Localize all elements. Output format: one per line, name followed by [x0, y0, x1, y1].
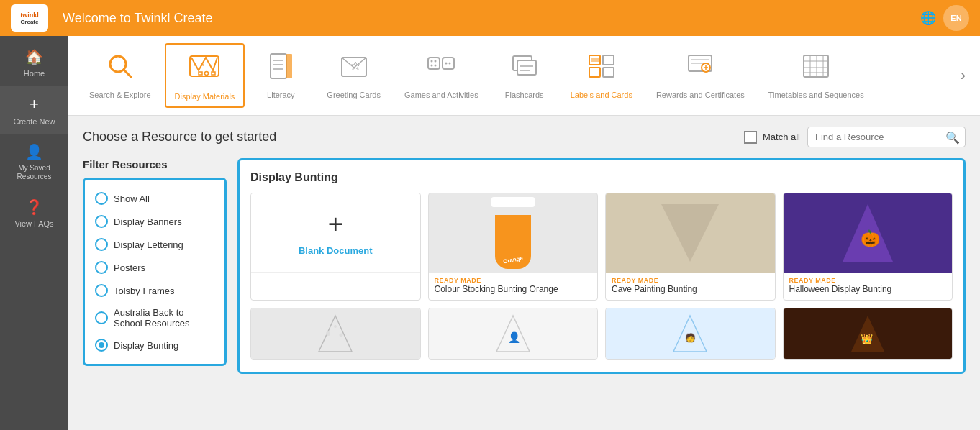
filter-display-banners[interactable]: Display Banners [92, 210, 217, 233]
filter-sidebar: Filter Resources Show All Display Banner… [83, 158, 227, 374]
tab-rewards-label: Rewards and Certificates [656, 91, 745, 99]
row2-thumb-2: 👤 [429, 308, 598, 359]
radio-inner-selected [99, 342, 104, 348]
main-layout: 🏠 Home + Create New 👤 My Saved Resources… [0, 36, 980, 430]
home-icon: 🏠 [25, 48, 43, 65]
tab-literacy-label: Literacy [267, 91, 295, 99]
tab-greeting-cards[interactable]: Greeting Cards [317, 45, 391, 106]
filter-tolsby-frames[interactable]: Tolsby Frames [92, 279, 217, 302]
svg-text:🎃: 🎃 [861, 229, 881, 248]
tab-flashcards-label: Flashcards [505, 91, 544, 99]
card-row2-1[interactable] [250, 308, 421, 360]
filter-display-lettering[interactable]: Display Lettering [92, 233, 217, 256]
display-materials-icon: a b c [189, 50, 220, 88]
find-resource-input[interactable] [807, 127, 966, 147]
stocking-badge: READY MADE [435, 277, 592, 284]
tab-search-explore-label: Search & Explore [89, 91, 151, 99]
blank-plus-icon: + [328, 209, 343, 239]
filter-show-all-label: Show All [114, 193, 150, 204]
svg-point-52 [334, 325, 337, 328]
tab-timetables[interactable]: Timetables and Sequences [758, 45, 874, 106]
card-cave-painting[interactable]: READY MADE Cave Painting Bunting [605, 193, 776, 301]
sidebar-item-faqs[interactable]: ❓ View FAQs [0, 190, 68, 237]
radio-display-banners [95, 215, 108, 228]
radio-show-all [95, 192, 108, 205]
tab-greeting-cards-label: Greeting Cards [327, 91, 381, 99]
tab-labels-label: Labels and Cards [571, 91, 632, 99]
logo-create: Create [21, 19, 39, 25]
svg-rect-41 [804, 55, 828, 77]
tab-games-label: Games and Activities [404, 91, 478, 99]
card-row2-3[interactable]: 🧑 [605, 308, 776, 360]
tab-search-explore[interactable]: Search & Explore [79, 45, 161, 106]
create-plus-icon: + [30, 95, 39, 114]
sidebar-item-saved[interactable]: 👤 My Saved Resources [0, 134, 68, 190]
blank-doc-card[interactable]: + Blank Document [250, 193, 421, 301]
sidebar-item-home[interactable]: 🏠 Home [0, 40, 68, 86]
section-title-bunting: Display Bunting [250, 171, 953, 184]
radio-display-bunting [95, 339, 108, 352]
logo-area: twinkl Create Welcome to Twinkl Create [11, 4, 212, 32]
card-stocking-bunting[interactable]: Orange READY MADE Colour Stocking Buntin… [428, 193, 599, 301]
rewards-icon [686, 52, 714, 87]
svg-point-19 [431, 60, 433, 63]
blank-doc-thumb: + Blank Document [251, 193, 420, 273]
filter-australia[interactable]: Australia Back to School Resources [92, 302, 217, 334]
sidebar-item-create-new[interactable]: + Create New [0, 86, 68, 134]
tab-display-materials[interactable]: a b c Display Materials [165, 43, 245, 108]
card-row2-4[interactable]: 👑 [783, 308, 953, 360]
timetables-icon [802, 52, 830, 87]
sidebar-faqs-label: View FAQs [14, 219, 53, 228]
find-resource-wrapper: 🔍 [807, 127, 966, 147]
sidebar-create-label: Create New [13, 117, 55, 126]
stocking-card-info: READY MADE Colour Stocking Bunting Orang… [429, 273, 598, 300]
svg-line-1 [124, 70, 132, 78]
tab-timetables-label: Timetables and Sequences [768, 91, 864, 99]
labels-icon [587, 52, 616, 87]
resource-title: Choose a Resource to get started [83, 129, 276, 145]
halloween-bunting-svg: 🎃 [839, 201, 897, 265]
sidebar-home-label: Home [24, 69, 45, 78]
greeting-cards-icon [340, 52, 368, 87]
radio-tolsby-frames [95, 284, 108, 297]
halloween-card-info: READY MADE Halloween Display Bunting [784, 273, 953, 300]
globe-icon: 🌐 [920, 10, 936, 26]
radio-australia [95, 311, 108, 324]
match-all-checkbox[interactable] [744, 131, 757, 144]
filter-australia-label: Australia Back to School Resources [114, 307, 214, 329]
match-all-area: Match all [744, 131, 800, 144]
cave-card-info: READY MADE Cave Painting Bunting [606, 273, 775, 300]
filter-show-all[interactable]: Show All [92, 187, 217, 210]
nav-arrow-right[interactable]: › [957, 63, 969, 88]
tab-labels-cards[interactable]: Labels and Cards [561, 45, 643, 106]
row2-thumb-3: 🧑 [606, 308, 775, 359]
bunting-tri-3: 🧑 [672, 312, 708, 355]
tab-literacy[interactable]: Literacy [248, 45, 313, 106]
svg-marker-50 [319, 316, 352, 352]
row2-thumb-4: 👑 [784, 308, 953, 359]
svg-point-20 [435, 60, 437, 63]
svg-rect-9 [271, 54, 286, 78]
resource-grid-row1: + Blank Document Or [250, 193, 953, 301]
svg-marker-8 [212, 72, 215, 75]
svg-point-53 [340, 333, 343, 337]
language-button[interactable]: EN [943, 5, 969, 31]
search-explore-icon [106, 52, 135, 87]
tab-games-activities[interactable]: Games and Activities [394, 45, 489, 106]
tab-rewards[interactable]: Rewards and Certificates [646, 45, 755, 106]
resource-grid-box: Display Bunting + Blank Document [237, 158, 966, 374]
resource-grid-area: Display Bunting + Blank Document [237, 158, 966, 374]
tab-flashcards[interactable]: Flashcards [492, 45, 557, 106]
halloween-name: Halloween Display Bunting [789, 284, 947, 296]
card-row2-2[interactable]: 👤 [428, 308, 599, 360]
filter-display-bunting[interactable]: Display Bunting [92, 334, 217, 357]
two-col-layout: Filter Resources Show All Display Banner… [83, 158, 966, 374]
bunting-tri-2: 👤 [495, 312, 531, 355]
svg-text:👑: 👑 [861, 333, 874, 345]
person-icon: 👤 [25, 143, 43, 160]
orange-text: Orange [502, 255, 523, 265]
card-halloween[interactable]: 🎃 READY MADE Halloween Display Bunting [783, 193, 953, 301]
logo-box: twinkl Create [11, 4, 48, 32]
filter-posters[interactable]: Posters [92, 256, 217, 279]
svg-point-21 [431, 65, 433, 67]
